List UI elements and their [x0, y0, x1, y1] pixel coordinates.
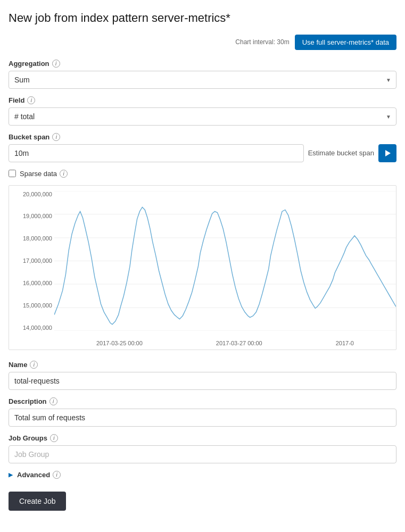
field-select[interactable]: # total # requests # errors: [9, 107, 396, 126]
description-input[interactable]: [9, 409, 396, 427]
field-section: Field i # total # requests # errors: [9, 96, 396, 126]
chart-y-label-6: 15,000,000: [10, 302, 52, 309]
bucket-span-info-icon: i: [52, 133, 60, 141]
aggregation-label: Aggregation i: [9, 60, 396, 68]
description-section: Description i: [9, 397, 396, 427]
bucket-span-section: Bucket span i Estimate bucket span: [9, 133, 396, 162]
chart-svg-area: [54, 191, 396, 331]
field-select-wrapper: # total # requests # errors: [9, 107, 396, 126]
estimate-bucket-span-label: Estimate bucket span: [308, 149, 374, 157]
advanced-label: Advanced i: [17, 471, 61, 479]
job-groups-input[interactable]: [9, 445, 396, 463]
chart-y-label-5: 16,000,000: [10, 280, 52, 286]
chart-y-label-7: 14,000,000: [10, 325, 52, 331]
field-info-icon: i: [27, 96, 35, 104]
field-label: Field i: [9, 96, 396, 104]
top-bar: Chart interval: 30m Use full server-metr…: [9, 35, 396, 50]
chart-y-label-4: 17,000,000: [10, 257, 52, 264]
create-job-button[interactable]: Create Job: [9, 492, 66, 511]
name-info-icon: i: [30, 361, 38, 369]
sparse-data-label: Sparse data i: [20, 170, 68, 178]
estimate-bucket-span-button[interactable]: [378, 144, 396, 162]
chart-svg: [54, 191, 396, 331]
job-groups-label: Job Groups i: [9, 434, 396, 442]
chart-interval-label: Chart interval: 30m: [235, 38, 289, 46]
name-label: Name i: [9, 361, 396, 369]
page-title: New job from index pattern server-metric…: [9, 11, 396, 26]
chart-y-label-2: 19,000,000: [10, 213, 52, 219]
chart-x-label-2: 2017-03-27 00:00: [216, 340, 262, 346]
bucket-span-row: Estimate bucket span: [9, 144, 396, 162]
advanced-chevron-icon: ▶: [9, 471, 13, 478]
job-groups-section: Job Groups i: [9, 434, 396, 463]
chart-x-label-1: 2017-03-25 00:00: [96, 340, 143, 346]
chart-y-label-3: 18,000,000: [10, 235, 52, 242]
chart-y-labels: 20,000,000 19,000,000 18,000,000 17,000,…: [9, 191, 54, 331]
advanced-section[interactable]: ▶ Advanced i: [9, 471, 396, 479]
aggregation-section: Aggregation i Sum Count Mean Max Min Med…: [9, 60, 396, 89]
chart-container: 20,000,000 19,000,000 18,000,000 17,000,…: [9, 185, 396, 350]
aggregation-info-icon: i: [52, 60, 60, 68]
sparse-data-info-icon: i: [60, 170, 68, 178]
job-groups-info-icon: i: [50, 434, 58, 442]
chart-x-labels: 2017-03-25 00:00 2017-03-27 00:00 2017-0: [54, 340, 396, 346]
chart-y-label-1: 20,000,000: [10, 191, 52, 197]
sparse-data-row: Sparse data i: [9, 170, 396, 178]
play-icon: [384, 149, 391, 157]
chart-x-label-3: 2017-0: [336, 340, 354, 346]
description-info-icon: i: [49, 397, 57, 405]
description-label: Description i: [9, 397, 396, 405]
name-section: Name i: [9, 361, 396, 390]
aggregation-select-wrapper: Sum Count Mean Max Min Median: [9, 71, 396, 89]
sparse-data-checkbox[interactable]: [9, 170, 16, 177]
use-full-data-button[interactable]: Use full server-metrics* data: [295, 35, 396, 50]
aggregation-select[interactable]: Sum Count Mean Max Min Median: [9, 71, 396, 89]
svg-marker-0: [385, 150, 391, 156]
bucket-span-input[interactable]: [9, 144, 304, 162]
advanced-info-icon: i: [53, 471, 61, 479]
name-input[interactable]: [9, 372, 396, 390]
bucket-span-label: Bucket span i: [9, 133, 396, 141]
